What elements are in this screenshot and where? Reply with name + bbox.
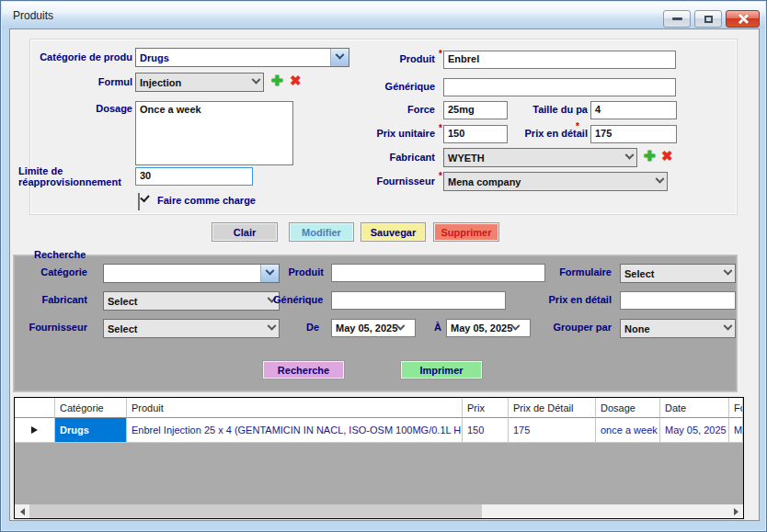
minimize-button[interactable] <box>663 10 691 28</box>
title-bar[interactable]: Produits <box>2 2 765 28</box>
grid-header-categorie[interactable]: Catégorie <box>55 398 127 418</box>
search-manufacturer-label: Fabricant <box>17 294 87 305</box>
maximize-icon <box>704 16 713 23</box>
search-supplier-select[interactable]: Select <box>103 319 280 338</box>
search-category-label: Catégorie <box>17 266 87 277</box>
generic-input[interactable] <box>443 78 676 96</box>
cell-prix[interactable]: 150 <box>463 418 509 443</box>
chevron-down-icon <box>396 321 406 330</box>
search-generic-label: Générique <box>273 294 323 305</box>
cell-categorie[interactable]: Drugs <box>55 418 127 443</box>
formulation-select[interactable]: Injection <box>135 73 264 92</box>
add-manufacturer-icon[interactable]: ✚ <box>644 148 656 164</box>
search-group-title: Recherche <box>34 249 86 260</box>
group-by-select[interactable]: None <box>620 319 736 338</box>
dosage-textarea[interactable]: Once a week <box>135 101 293 165</box>
chevron-down-icon <box>268 322 277 331</box>
grid-corner-cell <box>15 398 55 418</box>
search-form-select[interactable]: Select <box>620 264 736 283</box>
retail-price-label: Prix en détail <box>488 128 588 139</box>
scrollbar-thumb[interactable] <box>29 504 482 518</box>
search-form-label: Formulaire <box>525 266 612 277</box>
search-retail-input[interactable] <box>620 291 736 310</box>
add-formulation-icon[interactable]: ✚ <box>271 73 283 88</box>
scroll-right-icon[interactable] <box>728 504 743 518</box>
unit-price-required: * <box>439 123 442 133</box>
grid-header-fournisseur[interactable]: Fo <box>729 398 743 418</box>
date-from-value: May 05, 2025 <box>336 323 397 334</box>
cell-fournisseur[interactable]: Me <box>729 418 743 443</box>
close-button[interactable] <box>726 10 760 28</box>
row-selector-icon <box>31 426 38 434</box>
category-label: Catégorie de produ <box>29 51 132 62</box>
delete-formulation-icon[interactable]: ✖ <box>290 73 302 88</box>
supplier-select[interactable]: Mena company <box>443 172 668 191</box>
results-grid: Catégorie Produit Prix Prix de Détail Do… <box>14 397 744 519</box>
modify-button[interactable]: Modifier <box>289 222 354 242</box>
cell-prix-detail[interactable]: 175 <box>509 418 596 443</box>
chevron-down-icon <box>656 175 665 184</box>
chevron-down-icon[interactable] <box>260 265 279 282</box>
manufacturer-select[interactable]: WYETH <box>443 148 637 167</box>
charge-checkbox[interactable] <box>138 193 140 210</box>
grid-header-dosage[interactable]: Dosage <box>596 398 660 418</box>
chevron-down-icon <box>252 75 261 85</box>
search-category-select[interactable] <box>103 264 280 283</box>
chevron-down-icon <box>625 151 635 160</box>
chevron-down-icon <box>724 266 733 276</box>
search-generic-input[interactable] <box>331 291 506 310</box>
manufacturer-label: Fabricant <box>314 152 435 163</box>
horizontal-scrollbar[interactable] <box>15 504 743 518</box>
supplier-value: Mena company <box>448 176 657 187</box>
retail-price-required: * <box>576 121 579 131</box>
search-button[interactable]: Recherche <box>262 360 345 379</box>
grid-header-prix-detail[interactable]: Prix de Détail <box>509 398 596 418</box>
delete-button[interactable]: Supprimer <box>433 222 499 242</box>
category-value: Drugs <box>140 52 326 63</box>
cell-produit[interactable]: Enbrel Injection 25 x 4 (GENTAMICIN IN N… <box>127 418 463 443</box>
dosage-label: Dosage <box>29 103 132 114</box>
grid-header-produit[interactable]: Produit <box>127 398 463 418</box>
search-product-label: Produit <box>287 266 324 277</box>
print-button[interactable]: Imprimer <box>400 360 483 379</box>
pack-size-input[interactable]: 4 <box>590 101 677 119</box>
manufacturer-value: WYETH <box>448 153 626 164</box>
grid-header-row: Catégorie Produit Prix Prix de Détail Do… <box>15 398 743 418</box>
date-from-label: De <box>292 322 319 333</box>
search-manufacturer-value: Select <box>108 296 269 307</box>
save-button[interactable]: Sauvegar <box>361 222 426 242</box>
search-product-input[interactable] <box>331 264 545 282</box>
row-header-cell[interactable] <box>15 418 55 443</box>
formulation-value: Injection <box>140 77 253 88</box>
cell-date[interactable]: May 05, 2025 <box>660 418 729 443</box>
reorder-limit-input[interactable]: 30 <box>135 167 253 186</box>
maximize-button[interactable] <box>694 10 722 28</box>
client-area: Catégorie de produ Drugs Formul Injectio… <box>9 28 760 521</box>
delete-manufacturer-icon[interactable]: ✖ <box>661 148 673 164</box>
cell-dosage[interactable]: once a week <box>596 418 660 443</box>
date-from-picker[interactable]: May 05, 2025 <box>331 319 416 337</box>
chevron-down-icon <box>511 321 521 330</box>
group-by-label: Grouper par <box>525 322 612 333</box>
supplier-label: Fournisseur <box>314 175 435 187</box>
produits-window: Produits Catégorie de produ Drugs Formul… <box>0 0 767 532</box>
product-input[interactable]: Enbrel <box>443 51 676 69</box>
search-retail-label: Prix en détail <box>525 294 612 305</box>
search-form-value: Select <box>624 268 725 279</box>
grid-header-date[interactable]: Date <box>660 398 729 418</box>
retail-price-input[interactable]: 175 <box>590 125 677 143</box>
search-supplier-label: Fournisseur <box>17 322 87 333</box>
date-to-picker[interactable]: May 05, 2025 <box>446 319 531 337</box>
minimize-icon <box>672 17 682 20</box>
pack-size-label: Taille du pa <box>488 104 588 115</box>
product-label: Produit <box>314 53 435 64</box>
generic-label: Générique <box>314 81 435 92</box>
supplier-required: * <box>439 171 442 181</box>
table-row[interactable]: Drugs Enbrel Injection 25 x 4 (GENTAMICI… <box>15 418 743 443</box>
scroll-left-icon[interactable] <box>15 504 29 518</box>
window-title: Produits <box>13 9 53 22</box>
search-supplier-value: Select <box>108 323 269 334</box>
search-manufacturer-select[interactable]: Select <box>103 291 280 311</box>
clear-button[interactable]: Clair <box>212 222 278 242</box>
grid-header-prix[interactable]: Prix <box>463 398 509 418</box>
